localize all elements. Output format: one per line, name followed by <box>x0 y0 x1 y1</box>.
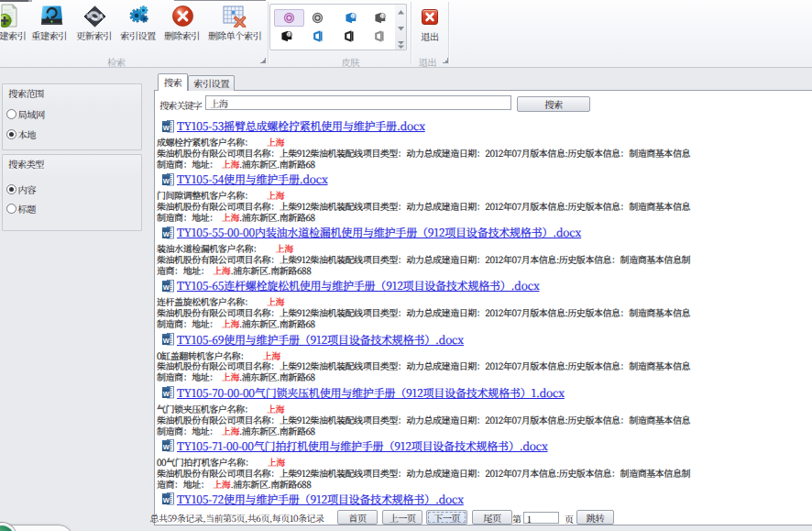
svg-text:W: W <box>163 229 170 238</box>
svg-text:W: W <box>163 496 170 504</box>
svg-text:W: W <box>163 390 170 398</box>
svg-text:W: W <box>163 176 170 184</box>
svg-text:W: W <box>163 443 170 451</box>
svg-text:13: 13 <box>380 15 384 18</box>
svg-text:W: W <box>163 283 170 292</box>
svg-text:13: 13 <box>351 15 355 18</box>
svg-text:W: W <box>163 123 170 131</box>
svg-text:13: 13 <box>287 33 291 37</box>
svg-text:W: W <box>163 337 170 345</box>
